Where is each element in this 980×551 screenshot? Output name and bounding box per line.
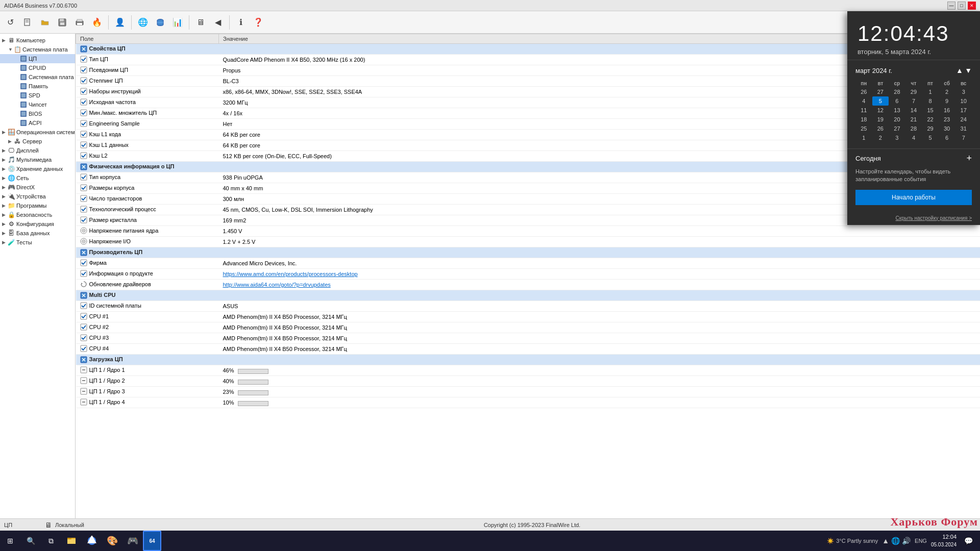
- sidebar-item-storage[interactable]: ▶💿Хранение данных: [0, 164, 75, 173]
- link-value[interactable]: http://www.aida64.com/goto/?p=drvupdates: [223, 282, 331, 288]
- taskbar-explorer-icon[interactable]: [61, 531, 82, 551]
- calendar-day[interactable]: 6: [939, 133, 955, 142]
- calendar-day[interactable]: 18: [855, 115, 872, 124]
- refresh-button[interactable]: ↺: [2, 14, 18, 31]
- sidebar-item-cpuid[interactable]: CPUID: [0, 63, 75, 72]
- calendar-day[interactable]: 1: [855, 133, 872, 142]
- calendar-day[interactable]: 12: [872, 106, 889, 115]
- new-button[interactable]: [19, 14, 36, 31]
- calendar-day[interactable]: 14: [905, 106, 922, 115]
- database-button[interactable]: [152, 14, 168, 31]
- info-button[interactable]: ℹ: [233, 14, 249, 31]
- calendar-day[interactable]: 20: [889, 115, 905, 124]
- window-controls[interactable]: — □ ✕: [947, 2, 976, 10]
- calendar-day[interactable]: 17: [955, 106, 972, 115]
- sidebar-item-bios[interactable]: BIOS: [0, 109, 75, 118]
- notification-button[interactable]: 💬: [961, 531, 976, 551]
- maximize-button[interactable]: □: [958, 2, 966, 10]
- calendar-day[interactable]: 7: [905, 96, 922, 106]
- calendar-day[interactable]: 8: [922, 96, 939, 106]
- calendar-day[interactable]: 25: [855, 124, 872, 133]
- taskbar-chrome-icon[interactable]: [82, 531, 102, 551]
- calendar-day[interactable]: 7: [955, 133, 972, 142]
- hide-calendar-link[interactable]: Скрыть настройку расписания >: [847, 213, 980, 223]
- tray-sound-icon[interactable]: 🔊: [902, 537, 911, 545]
- sidebar-item-database2[interactable]: ▶🗄База данных: [0, 229, 75, 238]
- start-button[interactable]: ⊞: [0, 531, 20, 551]
- calendar-day[interactable]: 3: [955, 87, 972, 96]
- calendar-day[interactable]: 28: [889, 87, 905, 96]
- taskbar-search-icon[interactable]: 🔍: [20, 531, 41, 551]
- save-button[interactable]: [54, 14, 70, 31]
- calendar-next-button[interactable]: ▼: [965, 66, 972, 74]
- sidebar-item-spd[interactable]: SPD: [0, 91, 75, 100]
- calendar-day[interactable]: 15: [922, 106, 939, 115]
- link-value[interactable]: https://www.amd.com/en/products/processo…: [223, 271, 358, 277]
- calendar-day[interactable]: 9: [939, 96, 955, 106]
- sidebar-item-sistemaplata[interactable]: ▼📋Системная плата: [0, 45, 75, 54]
- user-button[interactable]: 👤: [112, 14, 128, 31]
- tray-network-icon[interactable]: 🌐: [891, 537, 900, 545]
- taskbar-64-badge[interactable]: 64: [143, 531, 161, 551]
- sidebar-item-tests[interactable]: ▶🧪Тесты: [0, 238, 75, 247]
- calendar-day[interactable]: 24: [955, 115, 972, 124]
- calendar-day[interactable]: 13: [889, 106, 905, 115]
- sidebar-item-programs[interactable]: ▶📁Программы: [0, 201, 75, 210]
- calendar-day[interactable]: 26: [872, 124, 889, 133]
- calendar-day[interactable]: 31: [955, 124, 972, 133]
- report-button[interactable]: 📊: [169, 14, 186, 31]
- taskbar-task-view[interactable]: ⧉: [41, 531, 61, 551]
- sidebar-item-security[interactable]: ▶🔒Безопасность: [0, 210, 75, 219]
- calendar-day[interactable]: 4: [855, 96, 872, 106]
- sidebar-item-cpu[interactable]: ЦП: [0, 54, 75, 63]
- calendar-day[interactable]: 5: [922, 133, 939, 142]
- start-work-button[interactable]: Начало работы: [855, 190, 972, 205]
- sidebar-item-chipset[interactable]: Чипсет: [0, 100, 75, 109]
- sidebar-item-memory[interactable]: Память: [0, 82, 75, 91]
- sidebar-item-komputer[interactable]: ▶🖥Компьютер: [0, 36, 75, 45]
- calendar-day[interactable]: 1: [922, 87, 939, 96]
- calendar-day[interactable]: 6: [889, 96, 905, 106]
- sidebar-item-sistemaplata2[interactable]: Системная плата: [0, 72, 75, 82]
- prev-button[interactable]: ◀: [210, 14, 226, 31]
- value-cell[interactable]: http://www.aida64.com/goto/?p=drvupdates: [219, 280, 980, 290]
- calendar-day[interactable]: 30: [939, 124, 955, 133]
- sidebar-item-config[interactable]: ▶⚙Конфигурация: [0, 219, 75, 229]
- taskbar-paint-icon[interactable]: 🎨: [102, 531, 122, 551]
- sidebar-item-opsystem[interactable]: ▶🪟Операционная система: [0, 128, 75, 137]
- calendar-nav-buttons[interactable]: ▲ ▼: [956, 66, 972, 74]
- sidebar-item-directx[interactable]: ▶🎮DirectX: [0, 183, 75, 192]
- calendar-day[interactable]: 27: [872, 87, 889, 96]
- sidebar-item-net[interactable]: ▶🌐Сеть: [0, 173, 75, 183]
- calendar-day[interactable]: 28: [905, 124, 922, 133]
- sidebar-item-multimedia[interactable]: ▶🎵Мультимедиа: [0, 155, 75, 164]
- remote-button[interactable]: 🖥: [192, 14, 209, 31]
- sidebar-item-server[interactable]: ▶🖧Сервер: [0, 137, 75, 146]
- taskbar-datetime[interactable]: 12:04 05.03.2024: [931, 533, 957, 548]
- sidebar-item-acpi[interactable]: ACPI: [0, 118, 75, 128]
- calendar-day[interactable]: 22: [922, 115, 939, 124]
- taskbar-steam-icon[interactable]: 🎮: [122, 531, 143, 551]
- calendar-day[interactable]: 4: [905, 133, 922, 142]
- calendar-day[interactable]: 29: [905, 87, 922, 96]
- internet-button[interactable]: 🌐: [135, 14, 151, 31]
- open-button[interactable]: [37, 14, 53, 31]
- sidebar-item-display[interactable]: ▶🖵Дисплей: [0, 146, 75, 155]
- calendar-day[interactable]: 19: [872, 115, 889, 124]
- print-button[interactable]: [71, 14, 88, 31]
- help-button[interactable]: ❓: [250, 14, 266, 31]
- calendar-day[interactable]: 3: [889, 133, 905, 142]
- calendar-prev-button[interactable]: ▲: [956, 66, 963, 74]
- calendar-day[interactable]: 26: [855, 87, 872, 96]
- close-button[interactable]: ✕: [968, 2, 976, 10]
- value-cell[interactable]: https://www.amd.com/en/products/processo…: [219, 269, 980, 280]
- calendar-day[interactable]: 10: [955, 96, 972, 106]
- add-event-button[interactable]: +: [966, 153, 972, 164]
- tray-arrow-icon[interactable]: ▲: [882, 537, 889, 545]
- calendar-day[interactable]: 11: [855, 106, 872, 115]
- calendar-day[interactable]: 21: [905, 115, 922, 124]
- calendar-day[interactable]: 16: [939, 106, 955, 115]
- calendar-day[interactable]: 2: [939, 87, 955, 96]
- minimize-button[interactable]: —: [947, 2, 955, 10]
- calendar-day[interactable]: 23: [939, 115, 955, 124]
